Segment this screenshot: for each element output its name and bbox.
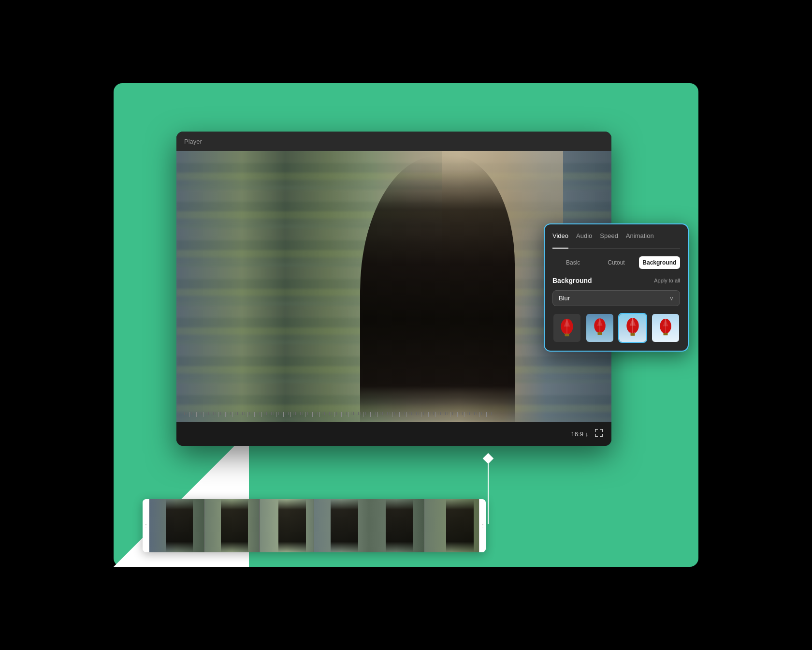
tick-mark: [290, 412, 291, 417]
tick-mark: [252, 412, 252, 415]
tick-mark: [387, 412, 388, 415]
frame-person: [446, 499, 473, 552]
tick-mark: [189, 412, 189, 417]
tick-mark: [414, 412, 414, 417]
background-thumbnail-3[interactable]: [618, 313, 647, 343]
player-controls-bar: 16:9 ↓: [176, 422, 611, 446]
tick-mark: [452, 412, 453, 415]
svg-rect-3: [602, 429, 603, 432]
tick-mark: [317, 412, 318, 415]
tick-mark: [356, 412, 356, 417]
tick-mark: [281, 412, 281, 415]
subtab-basic[interactable]: Basic: [552, 256, 594, 269]
tick-mark: [286, 412, 286, 415]
tick-mark: [423, 412, 424, 415]
tick-mark: [477, 412, 477, 415]
tick-mark: [462, 412, 463, 415]
handle-left-icon: ⋮: [144, 523, 148, 529]
panel-sub-tabs: Basic Cutout Background: [552, 256, 680, 269]
tick-mark: [194, 412, 194, 415]
svg-rect-10: [565, 334, 569, 336]
tick-mark: [363, 412, 363, 417]
background-type-dropdown[interactable]: Blur ∨: [552, 290, 680, 306]
tick-mark: [382, 412, 383, 415]
playhead-line: [488, 461, 489, 524]
tick-mark: [368, 412, 368, 415]
tab-speed[interactable]: Speed: [600, 232, 618, 243]
svg-rect-23: [663, 333, 667, 335]
tick-mark: [225, 412, 226, 417]
tick-mark: [489, 412, 489, 415]
apply-all-button[interactable]: Apply to all: [654, 278, 680, 283]
tick-mark: [305, 412, 305, 417]
svg-rect-7: [602, 434, 603, 437]
tick-mark: [211, 412, 211, 417]
frame-person: [221, 499, 248, 552]
playhead[interactable]: [484, 455, 493, 524]
tick-mark: [353, 412, 354, 415]
tick-mark: [293, 412, 293, 415]
tick-mark: [332, 412, 332, 415]
timeline-frame: [314, 499, 369, 552]
tick-mark: [377, 412, 378, 417]
tick-mark: [421, 412, 421, 417]
tick-mark: [274, 412, 274, 415]
tick-mark: [339, 412, 339, 415]
tick-mark: [307, 412, 308, 415]
tick-mark: [329, 412, 330, 415]
tick-mark: [264, 412, 264, 415]
timeline-handle-left[interactable]: ⋮: [143, 499, 149, 552]
tick-mark: [351, 412, 351, 415]
tick-mark: [288, 412, 289, 415]
tick-mark: [375, 412, 376, 415]
timeline-strip[interactable]: ⋮: [143, 499, 486, 552]
tab-animation[interactable]: Animation: [626, 232, 654, 243]
background-thumbnail-2[interactable]: [585, 313, 614, 343]
playhead-diamond: [483, 453, 494, 464]
tick-mark: [261, 412, 262, 417]
tick-mark: [491, 412, 492, 415]
tick-mark: [242, 412, 243, 415]
tick-mark: [346, 412, 347, 415]
tick-mark: [394, 412, 395, 415]
tick-mark: [218, 412, 218, 417]
section-title: Background: [552, 277, 592, 284]
svg-rect-5: [595, 434, 596, 437]
frame-person: [278, 499, 305, 552]
frame-person: [166, 499, 193, 552]
frame-person: [386, 499, 413, 552]
tick-mark: [428, 412, 429, 417]
timeline-ticks-container: [184, 412, 604, 422]
person-silhouette: [360, 156, 515, 422]
tick-mark: [230, 412, 231, 415]
tick-mark: [341, 412, 342, 417]
tick-mark: [240, 412, 240, 417]
subtab-cutout[interactable]: Cutout: [595, 256, 637, 269]
aspect-ratio-button[interactable]: 16:9 ↓: [571, 430, 588, 438]
tick-mark: [208, 412, 209, 415]
timeline-frame: [424, 499, 479, 552]
tab-video[interactable]: Video: [552, 232, 568, 249]
tick-mark: [344, 412, 344, 415]
tick-mark: [223, 412, 223, 415]
tick-mark: [322, 412, 322, 415]
tick-mark: [438, 412, 438, 415]
tick-mark: [249, 412, 250, 415]
tick-mark: [199, 412, 199, 415]
tick-mark: [300, 412, 301, 415]
background-thumbnail-4[interactable]: [651, 313, 680, 343]
tick-mark: [315, 412, 315, 415]
tick-mark: [324, 412, 325, 415]
tick-mark: [201, 412, 202, 415]
fullscreen-button[interactable]: [594, 428, 604, 440]
tab-audio[interactable]: Audio: [576, 232, 592, 243]
tick-mark: [271, 412, 272, 415]
tick-mark: [278, 412, 279, 415]
background-thumbnail-1[interactable]: [552, 313, 581, 343]
tick-mark: [402, 412, 402, 415]
subtab-background[interactable]: Background: [639, 256, 680, 269]
tick-mark: [467, 412, 467, 415]
tick-mark: [484, 412, 484, 415]
tick-mark: [206, 412, 206, 415]
tick-mark: [404, 412, 405, 415]
